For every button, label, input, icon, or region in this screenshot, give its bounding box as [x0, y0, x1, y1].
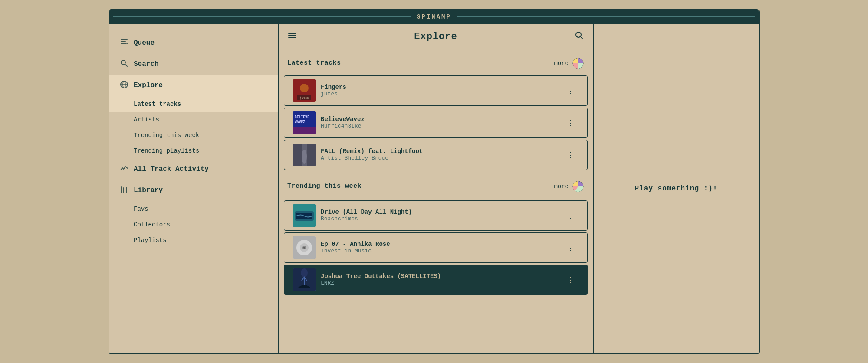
sidebar-sub-item-latest-tracks[interactable]: Latest tracks [109, 96, 278, 112]
library-icon [120, 185, 128, 196]
track-title-fingers: Fingers [321, 84, 558, 91]
sidebar-sub-item-favs[interactable]: Favs [109, 201, 278, 217]
trending-this-week-label: Trending this week [134, 132, 199, 139]
track-title-joshua-tree: Joshua Tree Outtakes (SATELLITES) [321, 273, 558, 280]
sidebar-item-explore[interactable]: Explore [109, 75, 278, 96]
latest-tracks-more-label: more [554, 60, 569, 67]
activity-icon [120, 164, 128, 175]
title-bar-line-right [457, 16, 755, 17]
sidebar: Queue Search [109, 24, 279, 353]
svg-point-6 [300, 84, 309, 92]
latest-tracks-more[interactable]: more [554, 57, 584, 69]
svg-point-3 [576, 32, 581, 37]
track-thumb-drive [293, 204, 316, 227]
track-title-drive: Drive (All Day All Night) [321, 209, 558, 216]
track-artist-fingers: jutes [321, 91, 558, 97]
track-item-ep07[interactable]: Ep 07 - Annika Rose Invest in Music ⋮ [284, 232, 588, 263]
sidebar-item-library[interactable]: Library [109, 180, 278, 201]
main-header: Explore [279, 24, 593, 50]
track-artist-fall-remix: Artist Shelley Bruce [321, 155, 558, 161]
sidebar-sub-item-playlists[interactable]: Playlists [109, 232, 278, 248]
latest-tracks-pie-icon [572, 57, 584, 69]
track-more-btn-fingers[interactable]: ⋮ [563, 84, 579, 97]
play-something-message: Play something :)! [635, 185, 718, 193]
sidebar-sub-item-artists[interactable]: Artists [109, 112, 278, 128]
app-window: SPINAMP Queue [108, 9, 760, 354]
favs-label: Favs [134, 206, 148, 213]
track-thumb-joshua-tree [293, 268, 316, 291]
app-title: SPINAMP [417, 13, 451, 20]
svg-point-0 [121, 60, 125, 65]
artists-label: Artists [134, 116, 159, 123]
track-title-believewavez: BelieveWavez [321, 116, 558, 123]
explore-label: Explore [134, 82, 163, 89]
svg-text:jutes: jutes [299, 96, 309, 100]
title-bar-line-left [113, 16, 411, 17]
library-label: Library [134, 186, 163, 194]
all-track-activity-label: All Track Activity [134, 165, 209, 173]
track-more-btn-believewavez[interactable]: ⋮ [563, 116, 579, 129]
playlists-label: Playlists [134, 237, 167, 244]
svg-rect-12 [293, 127, 316, 134]
trending-playlists-label: Trending playlists [134, 147, 199, 154]
track-thumb-fingers: jutes [293, 79, 316, 102]
track-item-joshua-tree[interactable]: Joshua Tree Outtakes (SATELLITES) LNRZ ⋮ [284, 265, 588, 295]
trending-section-header: Trending this week more [279, 173, 593, 197]
track-item-fingers[interactable]: jutes Fingers jutes ⋮ [284, 75, 588, 106]
sidebar-sub-item-trending-playlists[interactable]: Trending playlists [109, 143, 278, 159]
track-info-drive: Drive (All Day All Night) Beachcrimes [321, 209, 558, 222]
track-item-fall-remix[interactable]: FALL (Remix) feat. Lightfoot Artist Shel… [284, 140, 588, 170]
queue-label: Queue [134, 39, 155, 47]
svg-point-26 [301, 268, 308, 277]
track-more-btn-joshua-tree[interactable]: ⋮ [563, 273, 579, 286]
trending-pie-icon [572, 180, 584, 193]
main-scroll: Latest tracks more [279, 50, 593, 353]
hamburger-icon[interactable] [287, 31, 297, 43]
title-bar: SPINAMP [109, 10, 759, 24]
track-artist-ep07: Invest in Music [321, 248, 558, 254]
track-title-fall-remix: FALL (Remix) feat. Lightfoot [321, 148, 558, 155]
track-item-drive[interactable]: Drive (All Day All Night) Beachcrimes ⋮ [284, 200, 588, 231]
track-more-btn-fall-remix[interactable]: ⋮ [563, 148, 579, 161]
track-info-joshua-tree: Joshua Tree Outtakes (SATELLITES) LNRZ [321, 273, 558, 286]
svg-text:BELIEVE: BELIEVE [295, 115, 309, 119]
sidebar-item-all-track-activity[interactable]: All Track Activity [109, 159, 278, 180]
track-artist-joshua-tree: LNRZ [321, 280, 558, 286]
track-item-believewavez[interactable]: BELIEVE WAVEZ BelieveWavez Hurric4n3Ike … [284, 108, 588, 138]
search-label: Search [134, 60, 159, 68]
trending-section-title: Trending this week [287, 183, 362, 190]
header-search-icon[interactable] [575, 31, 584, 43]
track-more-btn-drive[interactable]: ⋮ [563, 209, 579, 222]
track-info-believewavez: BelieveWavez Hurric4n3Ike [321, 116, 558, 129]
sidebar-item-queue[interactable]: Queue [109, 33, 278, 54]
trending-more[interactable]: more [554, 180, 584, 193]
right-panel: Play something :)! [594, 24, 759, 353]
collectors-label: Collectors [134, 221, 170, 228]
sidebar-item-search[interactable]: Search [109, 54, 278, 75]
explore-icon [120, 80, 128, 91]
main-content: Explore Latest tracks more [279, 24, 594, 353]
trending-more-label: more [554, 183, 569, 190]
svg-point-15 [302, 150, 307, 164]
track-more-btn-ep07[interactable]: ⋮ [563, 241, 579, 254]
track-artist-believewavez: Hurric4n3Ike [321, 123, 558, 129]
track-info-fall-remix: FALL (Remix) feat. Lightfoot Artist Shel… [321, 148, 558, 161]
track-thumb-ep07 [293, 236, 316, 259]
track-info-fingers: Fingers jutes [321, 84, 558, 97]
track-info-ep07: Ep 07 - Annika Rose Invest in Music [321, 241, 558, 254]
sidebar-sub-item-collectors[interactable]: Collectors [109, 217, 278, 232]
svg-text:WAVEZ: WAVEZ [295, 120, 305, 124]
app-body: Queue Search [109, 24, 759, 353]
latest-tracks-section-title: Latest tracks [287, 59, 341, 67]
track-thumb-believewavez: BELIEVE WAVEZ [293, 111, 316, 134]
search-icon [120, 59, 128, 70]
svg-point-24 [303, 247, 305, 249]
track-title-ep07: Ep 07 - Annika Rose [321, 241, 558, 248]
track-thumb-fall-remix [293, 144, 316, 166]
main-header-title: Explore [414, 31, 457, 42]
track-artist-drive: Beachcrimes [321, 216, 558, 222]
queue-icon [120, 38, 128, 49]
latest-tracks-section-header: Latest tracks more [279, 50, 593, 74]
latest-tracks-label: Latest tracks [134, 101, 181, 108]
sidebar-sub-item-trending-this-week[interactable]: Trending this week [109, 128, 278, 143]
